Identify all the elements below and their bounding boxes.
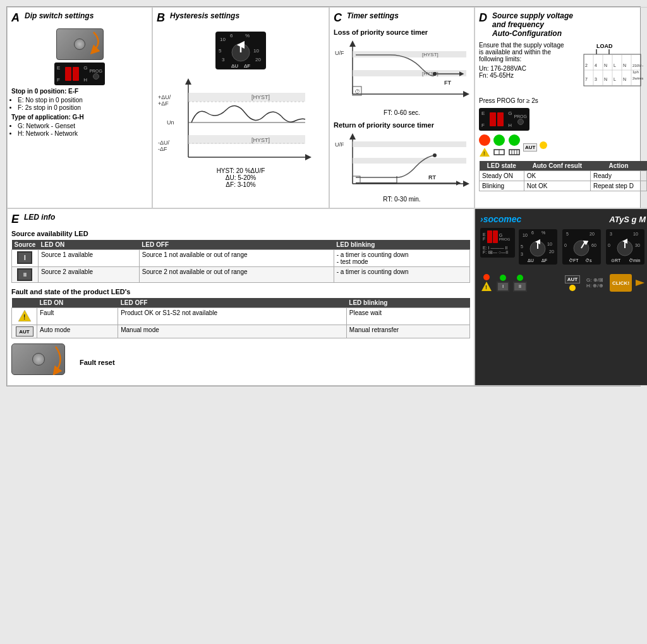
panel-d-title2: and frequency	[492, 20, 573, 29]
svg-text:3: 3	[521, 252, 523, 256]
svg-text:10: 10	[523, 233, 528, 237]
aut-on: Auto mode	[37, 325, 118, 338]
svg-text:-ΔU/: -ΔU/	[158, 140, 170, 146]
svg-text:6: 6	[531, 230, 534, 235]
socomec-brand: ›socomec	[480, 214, 521, 224]
fault-triangle-icon: !	[18, 309, 32, 322]
svg-text:10: 10	[633, 232, 638, 236]
aut-icon-cell: AUT	[12, 325, 37, 338]
d-row2-conf: Not OK	[524, 181, 590, 191]
svg-text:%: %	[541, 230, 545, 235]
svg-text:0: 0	[608, 243, 610, 247]
arrow-right-icon	[634, 277, 646, 289]
socomec-model: ATyS g M	[609, 215, 646, 224]
source1-blink: - a timer is counting down- test mode	[334, 250, 469, 267]
svg-marker-44	[349, 133, 356, 140]
svg-text:30: 30	[635, 243, 640, 247]
source1-off: Source 1 not available or out of range	[139, 250, 334, 267]
d-conf-header: Auto Conf result	[524, 161, 590, 171]
d-led-header: LED state	[480, 161, 524, 171]
svg-text:6: 6	[230, 33, 233, 39]
panel-e: E LED info Source availability LED Sourc…	[7, 208, 475, 386]
hysteresis-dial-container: 10 6 % 5 3 10 20 ΔU ΔF	[157, 28, 325, 73]
socomec-dial3: 3 10 0 30 ⊙RT ⏱min	[605, 228, 646, 270]
dip-device-container	[11, 28, 148, 60]
svg-text:20: 20	[255, 57, 261, 63]
panel-a: A Dip switch settings E	[7, 7, 152, 208]
svg-text:L: L	[614, 77, 616, 81]
source2-off: Source 2 not available or out of range	[139, 267, 334, 283]
d-led-row: ! AUT	[479, 134, 647, 157]
d-row2-action: Repeat step D	[591, 181, 647, 191]
svg-text:LOAD: LOAD	[596, 43, 613, 49]
panel-e-title: LED info	[24, 213, 55, 222]
svg-text:ΔU: ΔU	[231, 63, 238, 69]
return-title: Return of priority source timer	[334, 121, 470, 129]
svg-rect-33	[353, 51, 466, 57]
socomec-fault-reset-area[interactable]: CLICK!	[610, 274, 646, 292]
svg-marker-30	[349, 40, 356, 47]
panel-d-label: D	[479, 11, 487, 25]
svg-marker-14	[185, 78, 191, 85]
fault-empty-header	[12, 298, 37, 308]
svg-text:20: 20	[549, 249, 554, 254]
wiring-diagram: LOAD 2 4 N L	[571, 42, 647, 93]
stop-e: E: No stop in 0 position	[18, 97, 148, 104]
aut-blink: Manual retransfer	[346, 325, 469, 338]
svg-text:⊙RT: ⊙RT	[611, 258, 621, 263]
type-h: H: Network - Network	[18, 130, 148, 137]
source2-blink: - a timer is counting down	[334, 267, 469, 283]
svg-text:10: 10	[547, 242, 552, 246]
panel-b-label: B	[157, 11, 165, 25]
type-title: Type of application: G-H	[11, 114, 148, 121]
source2-on: Source 2 available	[38, 267, 139, 283]
fault-row: ! Fault Product OK or S1-S2 not availabl…	[12, 308, 470, 325]
socomec-bottom-row: ! I II AUT G: ⊕	[480, 274, 646, 292]
fault-reset-label: Fault reset	[80, 359, 115, 366]
svg-text:⏱: ⏱	[354, 88, 360, 95]
svg-point-52	[433, 153, 437, 157]
svg-rect-48	[353, 158, 466, 164]
delta-f: ΔF: 3-10%	[157, 181, 325, 188]
label-h: H	[83, 77, 87, 83]
source1-icon-cell: I	[12, 250, 39, 267]
d-row1-conf: OK	[524, 171, 590, 181]
socomec-dial2: 5 20 0 60 ⏱FT ⏱s	[561, 228, 602, 270]
socomec-controls: EF GPROG E: I ——— II F: I⊠— ○—II	[480, 228, 646, 270]
socomec-gh-labels: G: ⊕/⊞ H: ⊕/⊕	[586, 277, 603, 289]
svg-text:!: !	[23, 314, 25, 321]
svg-text:N: N	[623, 77, 626, 81]
fault-reset-button[interactable]: CLICK!	[610, 274, 632, 292]
svg-text:2wires: 2wires	[632, 76, 643, 80]
fault-off-header: LED OFF	[118, 298, 347, 308]
rt-range: RT: 0-30 min.	[334, 196, 470, 203]
switch-panel-box: E F G H PROG	[54, 63, 105, 85]
hysteresis-graph-svg: +ΔU/ +ΔF Un -ΔU/ -ΔF [HYST] [HYST]	[157, 75, 315, 164]
aut-icon: AUT	[16, 326, 33, 337]
fault-icon-cell: !	[12, 308, 37, 325]
svg-text:5: 5	[521, 244, 523, 249]
flap-open-icon	[90, 29, 109, 54]
source-avail-title: Source availability LED	[11, 230, 470, 237]
loss-timer-graph: U/F [HYST] [HYST] FT	[334, 37, 473, 107]
label-prog: PROG	[89, 69, 102, 73]
device-knob	[74, 39, 85, 50]
svg-text:N: N	[604, 63, 607, 68]
dial2-svg: 5 20 0 60 ⏱FT ⏱s	[561, 228, 602, 269]
d-row2-led: Blinking	[480, 181, 524, 191]
svg-text:N: N	[623, 63, 626, 68]
stop-title: Stop in 0 position: E-F	[11, 88, 148, 95]
dial3-svg: 3 10 0 30 ⊙RT ⏱min	[605, 228, 646, 269]
source1-icon: I	[17, 251, 32, 264]
svg-text:10: 10	[220, 37, 226, 42]
socomec-switch-section: EF GPROG E: I ——— II F: I⊠— ○—II	[480, 228, 515, 258]
svg-text:+ΔU/: +ΔU/	[158, 94, 171, 100]
d-un: Un: 176-288VAC	[479, 65, 566, 72]
svg-text:5: 5	[219, 48, 222, 54]
svg-text:20: 20	[590, 232, 595, 236]
fault-device-img	[11, 343, 75, 381]
svg-text:3: 3	[222, 57, 225, 63]
svg-point-38	[433, 72, 437, 76]
panel-b: B Hysteresis settings 10 6 % 5 3 10 20	[152, 7, 329, 208]
svg-text:⏱min: ⏱min	[629, 258, 640, 263]
